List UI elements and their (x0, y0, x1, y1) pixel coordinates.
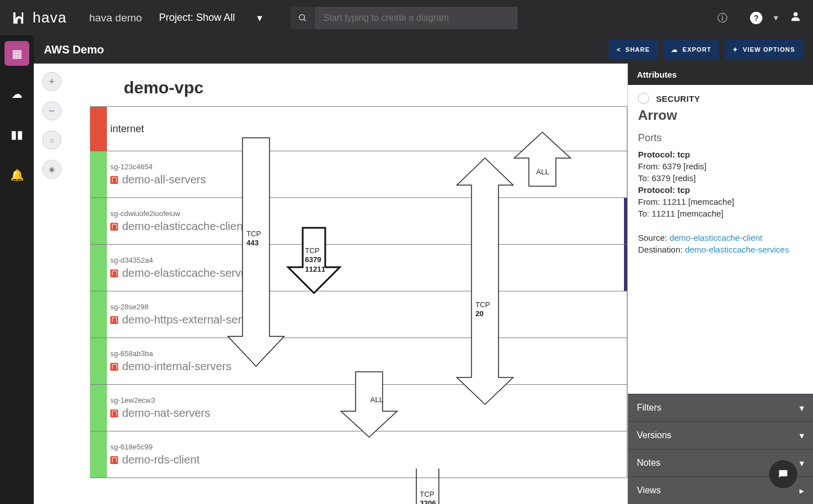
proto-2: Protocol: tcp (638, 185, 690, 195)
label-arrow6: TCP3306 (420, 490, 436, 504)
bell-icon: 🔔 (10, 168, 24, 182)
sg-name: demo-nat-servers (110, 407, 210, 420)
to-2: To: 11211 [memcache] (638, 209, 803, 218)
sg-name: demo-https-external-servers (110, 313, 263, 326)
edge-bar (90, 198, 107, 244)
dest-label: Destination: (638, 245, 685, 254)
project-selector[interactable]: Project: Show All ▾ (159, 12, 262, 24)
from-2: From: 11211 [memcache] (638, 197, 803, 206)
page-title: AWS Demo (44, 43, 104, 56)
label-arrow5: ALL (536, 168, 549, 177)
security-group-icon (110, 363, 118, 371)
security-group-icon (110, 269, 118, 277)
sg-row[interactable]: sg-cdwiuofe2iuofeiuwdemo-elasticcache-cl… (90, 197, 627, 245)
security-group-icon (110, 223, 118, 231)
search-input[interactable] (315, 7, 518, 29)
sidebar-item-diagrams[interactable]: ▦ (5, 41, 29, 66)
info-icon[interactable]: ⓘ (717, 11, 727, 25)
dest-link[interactable]: demo-elasticcache-services (685, 245, 789, 254)
sidebar-item-reports[interactable]: ▮▮ (5, 122, 29, 147)
sidebar-item-alerts[interactable]: 🔔 (5, 163, 29, 187)
view-options-button[interactable]: ✦VIEW OPTIONS (725, 40, 803, 59)
chevron-down-icon: ▾ (799, 430, 804, 441)
sg-row[interactable]: sg-658ab3bademo-internal-servers (90, 338, 627, 385)
source-link[interactable]: demo-elasticcache-client (670, 233, 762, 242)
target-icon: ◉ (49, 165, 55, 173)
chevron-down-icon: ▾ (257, 12, 262, 24)
to-1: To: 6379 [redis] (638, 173, 803, 183)
center-button[interactable]: ◉ (42, 160, 61, 179)
diagram-canvas[interactable]: + − ⌂ ◉ demo-vpc internet sg-123c4654dem… (34, 64, 627, 504)
zoom-out-button[interactable]: − (42, 101, 61, 120)
security-icon (638, 93, 649, 104)
chevron-right-icon: ▸ (799, 485, 804, 496)
proto-1: Protocol: tcp (638, 150, 690, 159)
search-icon[interactable] (290, 7, 315, 29)
edge-bar (90, 338, 107, 384)
label-arrow3: ALL (370, 395, 383, 404)
edge-bar (90, 107, 107, 151)
edge-bar (90, 151, 107, 197)
actionbar: AWS Demo <SHARE ☁EXPORT ✦VIEW OPTIONS (34, 35, 813, 64)
edge-bar (90, 385, 107, 431)
svg-point-2 (793, 12, 797, 16)
sg-id: sg-123c4654 (110, 163, 206, 171)
accordion-versions[interactable]: Versions▾ (628, 421, 813, 449)
sg-name: demo-all-servers (110, 173, 206, 186)
sg-name: demo-elasticcache-client (110, 220, 246, 233)
home-icon: ⌂ (50, 136, 53, 144)
share-icon: < (617, 46, 621, 53)
gear-icon: ✦ (733, 46, 738, 53)
vpc-title: demo-vpc (124, 78, 627, 97)
sg-row[interactable]: sg-1ew2ecw3demo-nat-servers (90, 384, 627, 431)
chevron-down-icon: ▾ (799, 403, 804, 413)
chat-widget[interactable] (769, 460, 797, 488)
label-arrow2: TCP637911211 (305, 246, 325, 274)
fit-button[interactable]: ⌂ (42, 130, 61, 150)
sidebar-item-cloud[interactable]: ☁ (5, 82, 29, 106)
edge-bar (90, 431, 107, 478)
edge-bar-right (624, 198, 627, 244)
sg-id: sg-658ab3ba (110, 349, 232, 358)
sg-row[interactable]: sg-d34352a4demo-elasticcache-services (90, 244, 627, 291)
download-icon: ☁ (671, 46, 678, 53)
label-arrow4: TCP20 (475, 300, 490, 319)
edge-bar (90, 291, 107, 338)
sg-row[interactable]: sg-618e5c99demo-rds-client (90, 431, 627, 478)
user-icon[interactable] (789, 10, 802, 26)
edge-bar (90, 245, 107, 291)
export-button[interactable]: ☁EXPORT (663, 40, 719, 59)
sg-id: sg-d34352a4 (110, 256, 261, 264)
source-label: Source: (638, 233, 670, 242)
chart-icon: ▮▮ (11, 128, 23, 141)
label-arrow1: TCP443 (246, 230, 261, 248)
diagram-icon: ▦ (12, 47, 23, 60)
sg-name: demo-internal-servers (110, 360, 232, 373)
logo-text: hava (33, 9, 66, 26)
sg-row[interactable]: sg-28se298demo-https-external-servers (90, 291, 627, 338)
from-1: From: 6379 [redis] (638, 161, 803, 171)
accordion-filters[interactable]: Filters▾ (628, 394, 813, 421)
sidebar: ▦ ☁ ▮▮ 🔔 (0, 35, 34, 504)
help-icon[interactable]: ? (750, 12, 762, 24)
row-internet[interactable]: internet (90, 106, 627, 151)
sg-id: sg-618e5c99 (110, 443, 200, 451)
security-group-icon (110, 316, 118, 324)
sg-name: demo-elasticcache-services (110, 267, 261, 280)
attributes-panel: Attributes SECURITY Arrow Ports Protocol… (627, 64, 813, 504)
ports-heading: Ports (638, 132, 803, 144)
cloud-icon: ☁ (11, 87, 23, 101)
attributes-header[interactable]: Attributes (628, 64, 813, 85)
share-button[interactable]: <SHARE (609, 40, 658, 59)
sg-id: sg-28se298 (110, 303, 263, 311)
security-group-icon (110, 456, 118, 464)
project-label: Project: Show All (159, 12, 235, 24)
zoom-in-button[interactable]: + (42, 72, 61, 91)
sg-id: sg-1ew2ecw3 (110, 396, 210, 404)
chevron-down-icon: ▾ (799, 458, 804, 469)
selection-title: Arrow (638, 107, 803, 123)
internet-label: internet (110, 123, 144, 135)
edge-bar-right (624, 245, 627, 291)
svg-line-1 (304, 19, 306, 21)
chevron-down-icon-2[interactable]: ▾ (774, 12, 778, 23)
